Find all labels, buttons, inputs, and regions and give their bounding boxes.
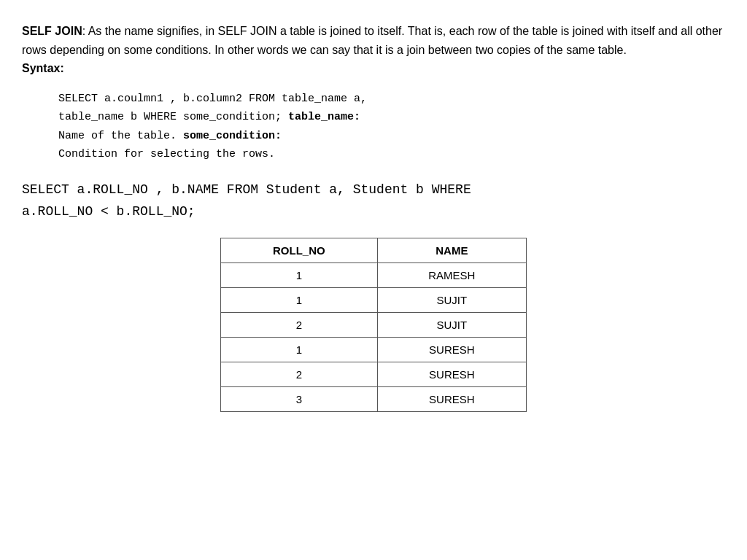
result-table-container: ROLL_NO NAME 1RAMESH1SUJIT2SUJIT1SURESH2… [22,238,725,412]
code-line-3-bold: some_condition: [183,130,282,142]
code-line-2-bold: table_name: [288,111,360,123]
query-line-2: a.ROLL_NO < b.ROLL_NO; [22,201,725,223]
code-line-3-pre: Name of the table. [58,130,183,142]
table-row: 3SURESH [221,386,527,411]
table-cell: 1 [221,262,378,287]
intro-text: : As the name signifies, in SELF JOIN a … [22,25,722,56]
table-cell: SUJIT [377,312,526,337]
table-header-row: ROLL_NO NAME [221,238,527,262]
table-cell: 1 [221,287,378,312]
table-row: 2SURESH [221,362,527,386]
table-cell: RAMESH [377,262,526,287]
self-join-label: SELF JOIN [22,25,82,37]
code-line-1: SELECT a.coulmn1 , b.column2 FROM table_… [58,90,725,109]
code-line-3: Name of the table. some_condition: [58,127,725,146]
table-body: 1RAMESH1SUJIT2SUJIT1SURESH2SURESH3SURESH [221,262,527,411]
table-cell: 2 [221,362,378,386]
query-block: SELECT a.ROLL_NO , b.NAME FROM Student a… [22,179,725,223]
table-row: 1SURESH [221,337,527,362]
table-cell: 1 [221,337,378,362]
table-cell: 3 [221,386,378,411]
table-cell: SURESH [377,337,526,362]
intro-paragraph: SELF JOIN: As the name signifies, in SEL… [22,22,725,78]
code-line-2-pre: table_name b WHERE some_condition; [58,111,288,123]
col-header-roll-no: ROLL_NO [221,238,378,262]
query-line-1: SELECT a.ROLL_NO , b.NAME FROM Student a… [22,179,725,201]
table-cell: SUJIT [377,287,526,312]
table-cell: 2 [221,312,378,337]
table-row: 2SUJIT [221,312,527,337]
col-header-name: NAME [377,238,526,262]
code-line-4: Condition for selecting the rows. [58,145,725,164]
table-row: 1SUJIT [221,287,527,312]
syntax-code-block: SELECT a.coulmn1 , b.column2 FROM table_… [58,90,725,164]
code-line-2: table_name b WHERE some_condition; table… [58,108,725,127]
table-cell: SURESH [377,386,526,411]
result-table: ROLL_NO NAME 1RAMESH1SUJIT2SUJIT1SURESH2… [220,238,527,412]
table-cell: SURESH [377,362,526,386]
syntax-label: Syntax: [22,62,64,74]
table-row: 1RAMESH [221,262,527,287]
